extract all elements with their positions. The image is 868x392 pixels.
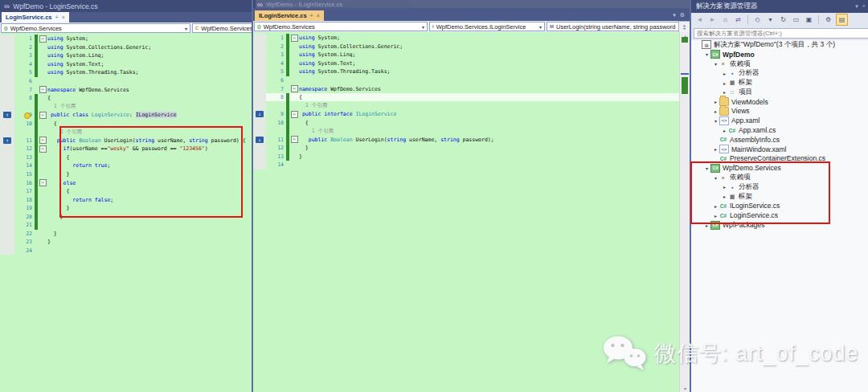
refresh-button[interactable]: ↻	[778, 14, 788, 25]
breadcrumb-dropdown[interactable]: IWpfDemo.Services.ILoginService▾	[429, 22, 545, 31]
lightbulb-icon[interactable]	[24, 112, 31, 119]
line-number: 5	[266, 68, 286, 75]
line-number: 4	[266, 60, 286, 67]
panel-title-bar[interactable]: 解决方案资源管理器 ▾ + ×	[691, 0, 868, 13]
search-input[interactable]	[694, 28, 868, 39]
new-filter-button[interactable]: ◇	[752, 14, 763, 25]
tree-item-app-xaml-cs[interactable]: ▸C#App.xaml.cs	[691, 125, 868, 135]
breadcrumb-dropdown[interactable]: MUserLogin(string userName, string passw…	[547, 22, 691, 31]
fold-toggle[interactable]: −	[291, 35, 298, 42]
inheritance-margin-icon[interactable]: ↓	[256, 137, 264, 143]
tab-iloginservice[interactable]: ILoginService.cs + ×	[255, 10, 324, 21]
fold-toggle[interactable]: −	[39, 86, 47, 93]
tree-item-app-xaml[interactable]: ▾<>App.xaml	[691, 116, 868, 125]
sync-with-active-document-button[interactable]: ⇄	[733, 14, 743, 25]
tree-item-viewmodels[interactable]: ▸ViewModels	[691, 97, 868, 107]
expander-icon[interactable]: ▸	[721, 80, 728, 86]
fold-toggle[interactable]: −	[291, 85, 298, 92]
tree-item-mainwindow-xaml[interactable]: ▸<>MainWindow.xaml	[691, 145, 868, 154]
pin-icon[interactable]: +	[862, 3, 866, 10]
properties-button[interactable]: ⚙	[823, 14, 833, 25]
code-editor-loginservice[interactable]: 1−using System;2using System.Collections…	[0, 33, 252, 392]
expander-icon[interactable]: ▾	[712, 118, 719, 124]
expander-icon[interactable]: ▸	[721, 71, 728, 76]
change-tracking-bar	[35, 221, 38, 230]
tab-loginservice[interactable]: LoginService.cs + ×	[2, 12, 69, 22]
expander-icon[interactable]: ▸	[712, 108, 719, 114]
back-button[interactable]: ◄	[694, 14, 705, 25]
show-all-files-button[interactable]: ▤	[836, 14, 848, 26]
fold-toggle[interactable]: −	[39, 145, 47, 153]
expander-icon[interactable]: ▾	[712, 61, 719, 67]
filter-dropdown-button[interactable]: ▾	[765, 14, 776, 25]
expander-icon[interactable]: ▸	[721, 194, 728, 199]
visual-studio-logo-icon: ∞	[257, 0, 263, 8]
code-text: using System.Threading.Tasks;	[299, 68, 679, 75]
breadcrumb-label: WpfDemo.Services	[10, 25, 62, 32]
expander-icon[interactable]: ▸	[721, 89, 728, 95]
expander-icon[interactable]: ▸	[712, 99, 719, 104]
window-title-bar[interactable]: ∞ WpfDemo - ILoginService.cs	[253, 0, 694, 8]
tree-item--wpfdemo-3-3-[interactable]: ▤解决方案"WpfDemo"(3 个项目，共 3 个)	[691, 40, 868, 50]
tree-item--[interactable]: ▸▦框架	[691, 78, 868, 88]
expander-icon[interactable]: ▾	[703, 51, 710, 57]
line-number: 3	[266, 51, 286, 58]
fold-toggle[interactable]: −	[39, 179, 47, 186]
inheritance-margin-icon[interactable]: ↑	[3, 112, 11, 118]
tree-item-preservecontainerextension-cs[interactable]: C#PreserveContainerExtension.cs	[691, 154, 868, 164]
expander-icon[interactable]: ▸	[721, 128, 728, 133]
fold-toggle[interactable]: −	[39, 35, 47, 43]
ns-icon: {}	[257, 24, 261, 29]
expander-icon[interactable]: ▸	[721, 184, 728, 190]
fold-toggle[interactable]: −	[291, 136, 298, 143]
tree-item-label: WpfDemo	[723, 51, 755, 59]
tree-item-label: WpfDemo.Services	[723, 164, 781, 172]
tree-item--[interactable]: ▾≡依赖项	[691, 173, 868, 182]
expander-icon[interactable]: ▸	[703, 223, 710, 228]
pin-icon[interactable]: +	[55, 14, 59, 20]
expander-icon[interactable]: ▸	[712, 213, 719, 218]
tree-item-assemblyinfo-cs[interactable]: C#AssemblyInfo.cs	[691, 135, 868, 145]
inheritance-margin-icon[interactable]: ↑	[3, 137, 11, 144]
code-line: 6	[253, 76, 679, 85]
fold-toggle[interactable]: −	[291, 111, 298, 118]
expander-icon[interactable]: ▾	[703, 165, 710, 171]
close-icon[interactable]: ×	[62, 14, 65, 20]
inheritance-margin-icon[interactable]: ↓	[256, 111, 264, 117]
window-title-bar[interactable]: ∞ WpfDemo - LoginService.cs	[0, 0, 256, 12]
split-editor-handle[interactable]: ‡	[678, 21, 690, 33]
code-line: 3using System.Linq;	[253, 51, 679, 59]
tree-item-iloginservice-cs[interactable]: ▸C#ILoginService.cs	[691, 202, 868, 211]
tree-item--[interactable]: ▸●分析器	[691, 182, 868, 192]
code-text: 1 个引用	[47, 103, 252, 110]
tree-item--[interactable]: ▸□项目	[691, 88, 868, 97]
folder-icon	[719, 107, 729, 116]
collapse-all-button[interactable]: ▭	[791, 14, 801, 25]
window-position-icon[interactable]: ▾	[855, 3, 858, 10]
fold-toggle[interactable]: −	[39, 137, 47, 144]
tree-item--[interactable]: ▸●分析器	[691, 68, 868, 78]
options-gear-icon[interactable]: ⚙	[680, 12, 685, 18]
tree-item-loginservice-cs[interactable]: ▸C#LoginService.cs	[691, 210, 868, 220]
line-number: 9	[266, 111, 286, 117]
tab-list-dropdown-icon[interactable]: ▾	[673, 12, 676, 18]
home-button[interactable]: ⌂	[720, 14, 731, 25]
expander-icon[interactable]: ▸	[712, 203, 719, 209]
tree-item--[interactable]: ▾≡依赖项	[691, 59, 868, 69]
breadcrumb-dropdown[interactable]: {}WpfDemo.Services▾	[1, 23, 190, 33]
pin-icon[interactable]: +	[310, 13, 313, 18]
fold-toggle[interactable]: −	[39, 112, 47, 119]
tree-item--[interactable]: ▸▦框架	[691, 192, 868, 202]
forward-button[interactable]: ►	[707, 14, 718, 25]
tree-item-wpfdemo-services[interactable]: ▾C#WpfDemo.Services	[691, 163, 868, 173]
change-tracking-bar	[286, 43, 289, 51]
tree-item-wpfpackages[interactable]: ▸C#WpfPackages	[691, 220, 868, 230]
tree-item-views[interactable]: ▸Views	[691, 107, 868, 116]
breadcrumb-dropdown[interactable]: {}WpfDemo.Services▾	[254, 22, 428, 31]
change-tracking-bar	[286, 161, 289, 169]
expander-icon[interactable]: ▾	[712, 175, 719, 181]
properties-window-button[interactable]: ▣	[804, 14, 814, 25]
close-icon[interactable]: ×	[317, 13, 320, 18]
expander-icon[interactable]: ▸	[712, 146, 719, 152]
tree-item-wpfdemo[interactable]: ▾C#WpfDemo	[691, 50, 868, 59]
